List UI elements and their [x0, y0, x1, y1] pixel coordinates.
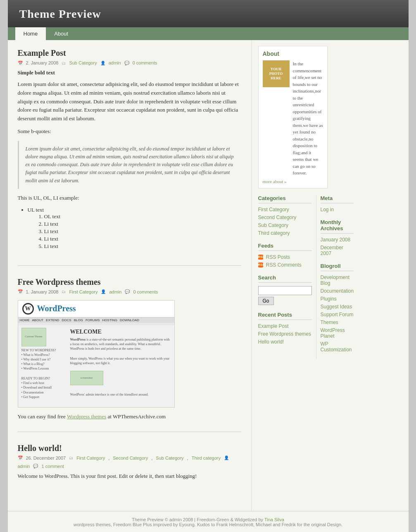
list-label: This is UL, OL, LI example: — [18, 194, 241, 203]
bquote-label: Some b-quotes: — [18, 127, 241, 136]
post-meta-wp: 📅 1. January 2008 🗂 First Category 👤 adm… — [18, 289, 241, 294]
wp-admin-text: WordPress' admin interface is one of the… — [70, 392, 171, 397]
rss-icon-comments: RSS — [258, 262, 263, 267]
post-cat-2[interactable]: Second Category — [113, 456, 148, 460]
post-example: Example Post 📅 2. January 2008 🗂 Sub Cat… — [18, 48, 241, 266]
recent-post-1[interactable]: Example Post — [258, 323, 312, 329]
sidebar-categories: Categories First Category Second Categor… — [258, 195, 312, 236]
wp-logo-text: WordPress — [37, 304, 76, 313]
feeds-title: Feeds — [258, 243, 312, 251]
calendar-icon-3: 📅 — [18, 456, 23, 460]
about-box: About YOUR PHOTO HERE In the commencemen… — [258, 46, 328, 188]
blogroll-suggest[interactable]: Suggest Ideas — [321, 304, 354, 310]
user-icon-3: 👤 — [224, 456, 229, 460]
post-category-wp[interactable]: First Category — [69, 289, 97, 294]
wp-themes-link[interactable]: Wordpress themes — [67, 413, 106, 420]
post-cat-4[interactable]: Third category — [192, 456, 221, 460]
folder-icon: 🗂 — [62, 61, 66, 65]
post-cat-3[interactable]: Sub Category — [156, 456, 183, 460]
post-author-wp[interactable]: admin — [109, 289, 121, 294]
post-meta-hello: 📅 26. December 2007 🗂 First Category, Se… — [18, 456, 241, 469]
post-comments-hello[interactable]: 1 comment — [41, 464, 64, 469]
sidebar-recent-posts: Recent Posts Example Post Free Wordpress… — [258, 312, 312, 345]
sidebar-search: Search Go — [258, 274, 312, 305]
post-author-hello[interactable]: admin — [18, 464, 30, 469]
cat-link-3[interactable]: Sub Category — [258, 222, 312, 228]
wp-header: W WordPress — [18, 301, 174, 317]
site-header: Theme Preview — [8, 0, 409, 27]
li-item-3: Li text — [44, 236, 241, 242]
footer-line-2: wordpress themes, Freedom Blue Plus impr… — [14, 522, 403, 527]
nav-item-about[interactable]: About — [46, 27, 76, 40]
wp-desc-2: More simply, WordPress is what you use w… — [70, 356, 171, 365]
blogroll-wp-planet[interactable]: WordPress Planet — [321, 327, 354, 339]
post-comments-example[interactable]: 0 comments — [133, 60, 157, 65]
blogroll-dev[interactable]: Development Blog — [321, 274, 354, 286]
about-photo: YOUR PHOTO HERE — [263, 60, 290, 87]
wp-nav-bar: HOMEABOUTEXTEND DOCSBLOGFORUMS HOSTINGDO… — [18, 317, 174, 323]
post-title-wp: Free Wordpress themes — [18, 277, 241, 287]
folder-icon-3: 🗂 — [69, 456, 73, 460]
recent-post-2[interactable]: Free Wordpress themes — [258, 331, 312, 337]
sidebar: About YOUR PHOTO HERE In the commencemen… — [252, 40, 334, 511]
about-title: About — [263, 50, 323, 57]
wp-left-col: Current Theme NEW TO WORDPRESS?• What is… — [21, 328, 67, 399]
post-wp-themes: Free Wordpress themes 📅 1. January 2008 … — [18, 277, 241, 432]
wp-new-text: NEW TO WORDPRESS?• What is WordPress?• W… — [21, 348, 67, 371]
post-comments-wp[interactable]: 0 comments — [133, 289, 158, 294]
blogroll-support[interactable]: Support Forum — [321, 312, 354, 317]
post-body-example: Lorem ipsum dolor sit amet, consectetur … — [18, 80, 241, 250]
comment-icon-3: 💬 — [33, 464, 38, 468]
blogroll-themes[interactable]: Themes — [321, 320, 354, 325]
cat-link-4[interactable]: Third category — [258, 230, 312, 236]
post-category-example[interactable]: Sub Category — [69, 60, 97, 65]
comment-icon-2: 💬 — [125, 289, 130, 294]
post-body-wp: You can easy find free Wordpress themes … — [18, 413, 241, 420]
li-item-2: Li text — [44, 228, 241, 235]
post-date-hello: 26. December 2007 — [26, 456, 66, 460]
archives-title: Monthly Archives — [321, 219, 354, 234]
blogroll-docs[interactable]: Documentation — [321, 288, 354, 294]
site-title: Theme Preview — [19, 7, 397, 21]
cat-link-2[interactable]: Second Category — [258, 215, 312, 220]
search-input[interactable] — [258, 286, 312, 295]
meta-login[interactable]: Log in — [321, 207, 354, 212]
nav-item-home[interactable]: Home — [15, 27, 46, 40]
archive-jan-2008[interactable]: January 2008 — [321, 237, 354, 243]
ol-item-1: OL text — [44, 213, 241, 220]
wp-green-box: Current Theme — [21, 328, 46, 346]
rss-icon-posts: RSS — [258, 255, 263, 260]
footer-author-link[interactable]: Tina Silva — [264, 517, 284, 522]
post-date-wp: 1. January 2008 — [26, 289, 59, 294]
main-content: Example Post 📅 2. January 2008 🗂 Sub Cat… — [8, 40, 252, 511]
blogroll-plugins[interactable]: Plugins — [321, 296, 354, 302]
wp-logo-circle: W — [22, 303, 34, 315]
calendar-icon: 📅 — [18, 61, 23, 65]
content-area: Example Post 📅 2. January 2008 🗂 Sub Cat… — [8, 40, 409, 511]
wp-body: Current Theme NEW TO WORDPRESS?• What is… — [18, 325, 174, 407]
about-more-link[interactable]: more about » — [263, 179, 323, 184]
search-button[interactable]: Go — [258, 297, 274, 305]
post-cat-1[interactable]: First Category — [76, 456, 105, 460]
post-blockquote: Lorem ipsum dolor sit amet, consectetur … — [18, 141, 241, 189]
main-nav: Home About — [8, 27, 409, 40]
wp-welcome-area: Current Theme NEW TO WORDPRESS?• What is… — [21, 328, 171, 399]
archive-dec-2007[interactable]: December 2007 — [321, 245, 354, 256]
recent-post-3[interactable]: Hello world! — [258, 339, 312, 345]
wp-right-col: WELCOME WordPress is a state-of-the-art … — [70, 328, 171, 399]
blogroll-wp-custom[interactable]: WP Customization — [321, 341, 354, 353]
feed-rss-posts[interactable]: RSS RSS Posts — [258, 254, 312, 260]
folder-icon-2: 🗂 — [62, 289, 66, 294]
categories-title: Categories — [258, 195, 312, 203]
wp-screenshot: W WordPress HOMEABOUTEXTEND DOCSBLOGFORU… — [18, 300, 175, 408]
post-meta-example: 📅 2. January 2008 🗂 Sub Category 👤 admin… — [18, 60, 241, 65]
post-author-example[interactable]: admin — [109, 60, 121, 65]
cat-link-1[interactable]: First Category — [258, 207, 312, 212]
about-text: In the commencement of life,we set no bo… — [293, 60, 323, 177]
recent-posts-title: Recent Posts — [258, 312, 312, 320]
comment-icon: 💬 — [124, 61, 129, 65]
sidebar-left-col: Categories First Category Second Categor… — [258, 195, 316, 359]
site-footer: Theme Preview © admin 2008 | Freedom-Gre… — [8, 511, 409, 532]
post-bold-text: Simple bold text — [18, 69, 241, 76]
feed-rss-comments[interactable]: RSS RSS Comments — [258, 262, 312, 268]
